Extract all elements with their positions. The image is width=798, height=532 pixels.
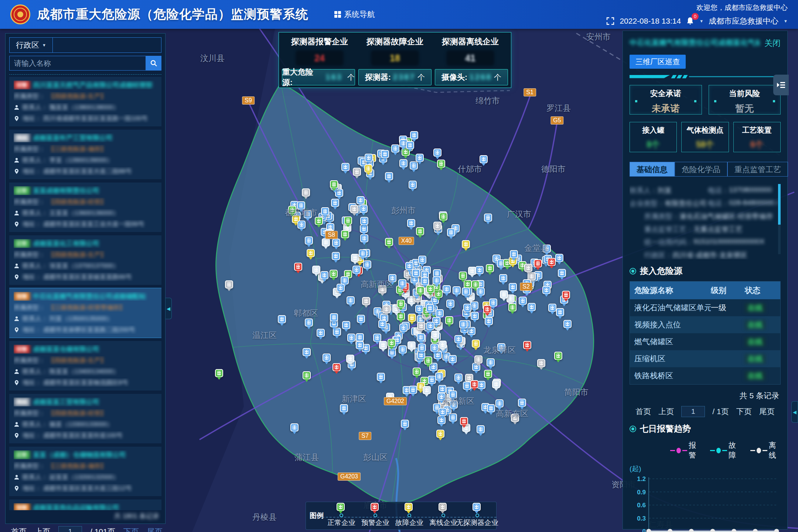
hazard-pg-first[interactable]: 首页 [635, 406, 651, 417]
legend-item: 故障企业 [392, 504, 426, 528]
hazard-table-row[interactable]: 燃气储罐区在线 [630, 333, 780, 350]
trend-unit-label: (起) [630, 464, 781, 474]
legend-series-label: 离线 [769, 440, 781, 460]
bell-caret-icon: ▼ [699, 19, 703, 23]
company-item-address: 地址： 成都市某某区某某镇某某路66号 [14, 273, 157, 281]
info-field: 所属类型：液化石油气储罐区-经营带储存 [644, 212, 781, 221]
legend-pin-icon [337, 503, 346, 512]
company-item-header: 预警成都某某危化品运输有限公司 [14, 503, 157, 510]
status-badge: 报警 [14, 345, 30, 354]
info-field: 重点监管工艺：无重点监管工艺 [644, 225, 781, 234]
legend-pin-icon [405, 503, 414, 512]
counter-value: 163 [322, 72, 346, 82]
info-scrollbar[interactable] [778, 184, 781, 254]
tab-危险化学品[interactable]: 危险化学品 [675, 162, 727, 177]
col-level: 级别 [711, 285, 745, 296]
hazard-table-row[interactable]: 视频接入点位在线 [630, 316, 780, 333]
info-value: 有限责任公司 [665, 199, 706, 208]
status-badge: 预警 [14, 292, 30, 301]
detail-divider [630, 75, 781, 78]
close-button[interactable]: 关闭 [764, 38, 781, 49]
svg-text:0.9: 0.9 [637, 489, 646, 496]
company-name: 中石化某燃气有限责任公司成都储配站 [33, 292, 146, 301]
stat-title: 探测器离线企业 [442, 36, 499, 47]
company-list-item[interactable]: 报警成都某某仓储有限公司所属类型：【四级危险源-生产】联系人： 陈某某（1340… [9, 341, 161, 391]
company-item-address: 地址： 成都市某某区某某大道三段12号 [14, 484, 157, 492]
hazard-table-row[interactable]: 液化石油气储罐区单元一级在线 [630, 299, 780, 316]
company-list-item[interactable]: 预警成都某某危化品运输有限公司所属类型：【四级危险源-生产】联系人： 周某（13… [9, 499, 161, 510]
system-nav-menu[interactable]: 系统导航 [334, 9, 375, 20]
pagination-first[interactable]: 首页 [11, 526, 27, 532]
address-value: 地址： 成都市某某区某某镇某某路66号 [23, 273, 132, 281]
status-badge: 正常 [14, 450, 30, 459]
company-item-type: 所属类型：【三级危险源-经营带储存】 [14, 303, 157, 312]
sidebar-collapse-handle[interactable]: ◀ [165, 298, 172, 319]
trend-legend-item[interactable]: 故障 [710, 440, 740, 460]
current-risk-value: 暂无 [735, 102, 754, 115]
stat-group: 探测器离线企业41 [433, 36, 508, 66]
hazard-pg-prev[interactable]: 上页 [658, 406, 674, 417]
legend-item: 无探测器企业 [460, 504, 494, 528]
info-label: 所属类型： [644, 212, 679, 221]
trend-radio-icon [630, 426, 636, 432]
patrol-3d-button[interactable]: 三维厂区巡查 [630, 55, 686, 69]
trend-legend-item[interactable]: 离线 [750, 440, 781, 460]
search-input[interactable] [9, 56, 146, 71]
company-name: 成都某某仓储有限公司 [33, 345, 99, 354]
notification-bell-icon[interactable]: 0 [686, 17, 694, 25]
svg-text:0: 0 [642, 528, 646, 532]
type-value: 【三级危险源-储存】 [48, 145, 107, 153]
hazard-pg-last[interactable]: 尾页 [759, 406, 775, 417]
pagination-last[interactable]: 尾页 [147, 526, 163, 532]
company-list-item[interactable]: 正常成都某某化工有限公司所属类型：【四级危险源-生产】联系人： 张某某（1370… [9, 235, 161, 285]
company-list-item[interactable]: 预警中石化某燃气有限责任公司成都储配站所属类型：【三级危险源-经营带储存】联系人… [9, 288, 161, 338]
hazard-table-row[interactable]: 压缩机区在线 [630, 350, 780, 367]
hazard-status-chip: 在线 [745, 303, 765, 313]
panel-collapse-handle[interactable]: ◀ [791, 401, 798, 423]
hazard-table-row[interactable]: 铁路栈桥区在线 [630, 367, 780, 384]
panel-flyout-button[interactable] [773, 75, 789, 95]
company-list-item[interactable]: 正常某某成都有限责任公司所属类型：【四级危险源-经营】联系人： 王某某（1360… [9, 183, 161, 232]
legend-label: 无探测器企业 [456, 518, 498, 528]
hazard-pg-input[interactable] [681, 406, 705, 417]
status-badge: 离线 [14, 133, 30, 142]
safety-promise-value: 未承诺 [652, 102, 679, 115]
col-status: 状态 [745, 285, 780, 296]
company-item-contact: 联系人： 王某某（13600136000） [14, 209, 157, 217]
info-field: 统一信用代码：91510100000000000X [644, 238, 781, 247]
company-list-item[interactable]: 正常某某（成都）仓储物流有限公司所属类型：【三级危险源-储存】联系人： 赵某某（… [9, 447, 161, 496]
user-menu[interactable]: 成都市应急救援中心 [709, 16, 778, 26]
legend-pin-shape [439, 503, 447, 511]
tab-基础信息[interactable]: 基础信息 [630, 162, 675, 177]
hazard-pg-next[interactable]: 下页 [736, 406, 752, 417]
fullscreen-icon[interactable] [606, 17, 614, 25]
company-item-type: 所属类型：【四级危险源-生产】 [14, 356, 157, 365]
current-risk-box: 当前风险 暂无 [709, 85, 781, 115]
company-item-type: 所属类型：【四级危险源-经营】 [14, 198, 157, 206]
app-logo [10, 4, 30, 24]
detail-tabs: 基础信息危险化学品重点监管工艺 [630, 162, 781, 177]
contact-value: 联系人： 赵某某（13200132000） [23, 473, 119, 481]
basic-info-rows: 联系人：刘某电话：13708000000企业类型：有限责任公司电话：028-84… [630, 186, 781, 259]
trend-legend-item[interactable]: 报警 [670, 440, 700, 460]
company-item-contact: 联系人： 李某（13900139000） [14, 156, 157, 164]
company-list-item[interactable]: 离线成都某某年产工贸有限公司所属类型：【三级危险源-储存】联系人： 李某（139… [9, 130, 161, 179]
company-list-item[interactable]: 报警四川某某天然气产品有限公司成都经营部所属类型：【四级危险源-生产】联系人： … [9, 77, 161, 126]
district-value-input[interactable] [53, 37, 161, 53]
tab-重点监管工艺[interactable]: 重点监管工艺 [727, 162, 788, 177]
legend-dot [340, 514, 343, 517]
legend-dot [407, 514, 411, 517]
counter-label: 探测器: [365, 72, 391, 82]
hazard-status: 在线 [745, 320, 780, 330]
legend-item: 离线企业 [426, 504, 460, 528]
status-badge: 正常 [14, 186, 30, 195]
pagination-prev[interactable]: 上页 [35, 526, 50, 532]
detail-title-row: 中石化某燃气有限责任公司成都某化气储配站 关闭 [630, 38, 781, 49]
district-caret-icon: ▼ [42, 43, 46, 47]
company-list-item[interactable]: 离线成都某某工贸有限公司所属类型：【四级危险源-经营】联系人： 杨某（13300… [9, 394, 161, 443]
app-root: 汶川县安州市绵竹市罗江县什邡市德阳市广汉市都江堰市彭州市金堂县高新西区郫都区温江… [0, 0, 798, 532]
search-button[interactable] [146, 56, 161, 71]
pagination-next[interactable]: 下页 [123, 526, 139, 532]
district-dropdown[interactable]: 行政区 ▼ [9, 37, 53, 53]
pagination-page-input[interactable] [58, 526, 82, 532]
